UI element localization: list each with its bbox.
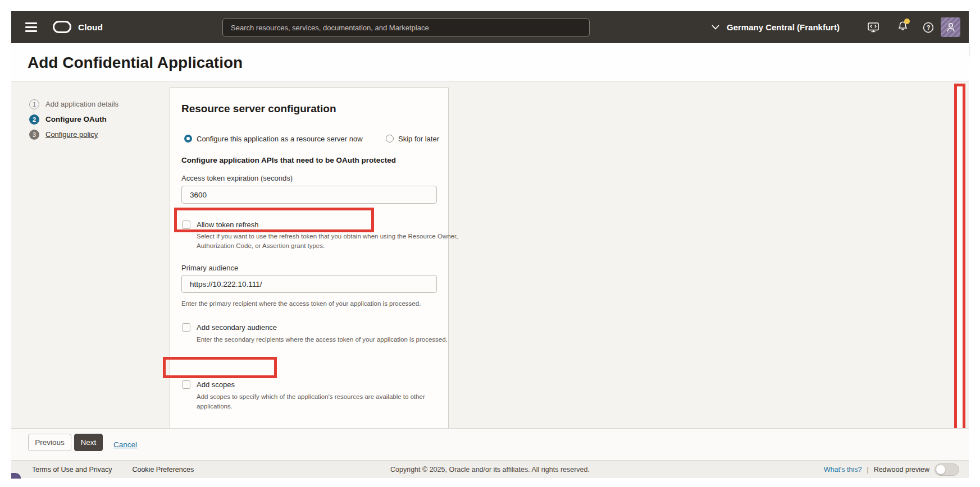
checkbox-icon [182, 323, 190, 332]
allow-token-refresh-help-line1: Select if you want to use the refresh to… [197, 233, 458, 240]
page-title: Add Confidential Application [28, 43, 243, 82]
oracle-logo-icon[interactable] [53, 21, 71, 33]
person-icon [945, 22, 956, 33]
add-secondary-audience-checkbox[interactable]: Add secondary audience [182, 323, 277, 332]
main-content: 1 Add application details 2 Configure OA… [11, 82, 969, 428]
checkbox-icon [182, 220, 190, 229]
step-number-badge: 2 [29, 114, 39, 125]
redwood-preview-toggle[interactable] [935, 463, 959, 476]
previous-button[interactable]: Previous [28, 434, 71, 451]
footer-separator: | [867, 466, 868, 474]
radio-configure-resource-server-now[interactable]: Configure this application as a resource… [184, 134, 363, 143]
hamburger-menu-icon[interactable] [25, 22, 37, 32]
notifications-button[interactable] [894, 11, 911, 43]
assistant-widget-sliver [11, 473, 21, 479]
cloud-shell-button[interactable] [865, 11, 882, 43]
page-header: Add Confidential Application [11, 43, 969, 82]
allow-token-refresh-checkbox[interactable]: Allow token refresh [182, 220, 259, 229]
primary-audience-help: Enter the primary recipient where the ac… [181, 300, 421, 307]
cloud-shell-icon [868, 22, 879, 33]
search-input[interactable] [222, 19, 590, 36]
step-number-badge: 3 [29, 130, 39, 140]
chevron-down-icon [712, 25, 719, 30]
scopes-help-line2: applications. [197, 403, 233, 410]
radio-label: Configure this application as a resource… [197, 135, 363, 143]
secondary-audience-help: Enter the secondary recipients where the… [197, 336, 448, 343]
apis-section-heading: Configure application APIs that need to … [181, 156, 396, 164]
radio-label: Skip for later [398, 135, 439, 143]
help-button[interactable]: ? [920, 11, 937, 43]
checkbox-icon [182, 380, 190, 389]
radio-skip-for-later[interactable]: Skip for later [386, 134, 439, 143]
step-label: Add application details [45, 100, 118, 108]
profile-avatar[interactable] [941, 17, 960, 37]
brand-label: Cloud [78, 11, 103, 43]
step-label-link: Configure policy [45, 130, 98, 139]
checkbox-label: Add scopes [197, 380, 235, 389]
svg-text:?: ? [927, 24, 931, 31]
add-scopes-checkbox[interactable]: Add scopes [182, 380, 235, 389]
cancel-link[interactable]: Cancel [113, 429, 137, 461]
scopes-help-line1: Add scopes to specify which of the appli… [197, 393, 425, 400]
help-icon: ? [923, 22, 934, 33]
primary-audience-input[interactable] [181, 275, 437, 293]
checkbox-label: Add secondary audience [197, 323, 277, 332]
whats-this-link[interactable]: What's this? [824, 466, 862, 474]
region-selector[interactable]: Germany Central (Frankfurt) [712, 11, 840, 43]
stepper-step-configure-oauth[interactable]: 2 Configure OAuth [29, 112, 118, 127]
stepper-step-add-application-details[interactable]: 1 Add application details [29, 97, 118, 112]
access-token-expiration-input[interactable] [181, 186, 437, 204]
allow-token-refresh-help-line2: Authorization Code, or Assertion grant t… [197, 242, 325, 249]
footer: Terms of Use and Privacy Cookie Preferen… [11, 460, 969, 478]
panel-title: Resource server configuration [181, 103, 336, 115]
copyright-text: Copyright © 2025, Oracle and/or its affi… [390, 461, 590, 479]
resource-server-configuration-panel: Resource server configuration Configure … [170, 88, 449, 428]
checkbox-label: Allow token refresh [197, 220, 259, 229]
access-token-expiration-label: Access token expiration (seconds) [181, 174, 293, 182]
top-navigation-bar: Cloud Germany Central (Frankfurt) ? [11, 11, 969, 43]
notification-badge [904, 19, 910, 24]
radio-unselected-icon [386, 135, 394, 143]
redwood-preview-label: Redwood preview [874, 466, 929, 474]
wizard-stepper: 1 Add application details 2 Configure OA… [29, 97, 118, 142]
radio-selected-icon [184, 135, 192, 143]
toggle-knob [936, 465, 945, 474]
next-button[interactable]: Next [74, 434, 103, 451]
step-number-badge: 1 [29, 99, 39, 109]
step-label: Configure OAuth [45, 115, 107, 123]
stepper-step-configure-policy[interactable]: 3 Configure policy [29, 127, 118, 142]
wizard-action-bar: Previous Next Cancel [11, 428, 969, 460]
terms-of-use-link[interactable]: Terms of Use and Privacy [32, 466, 112, 474]
page-scrollbar[interactable] [958, 87, 962, 453]
primary-audience-label: Primary audience [181, 264, 238, 272]
region-label: Germany Central (Frankfurt) [727, 22, 840, 32]
cookie-preferences-link[interactable]: Cookie Preferences [132, 466, 194, 474]
